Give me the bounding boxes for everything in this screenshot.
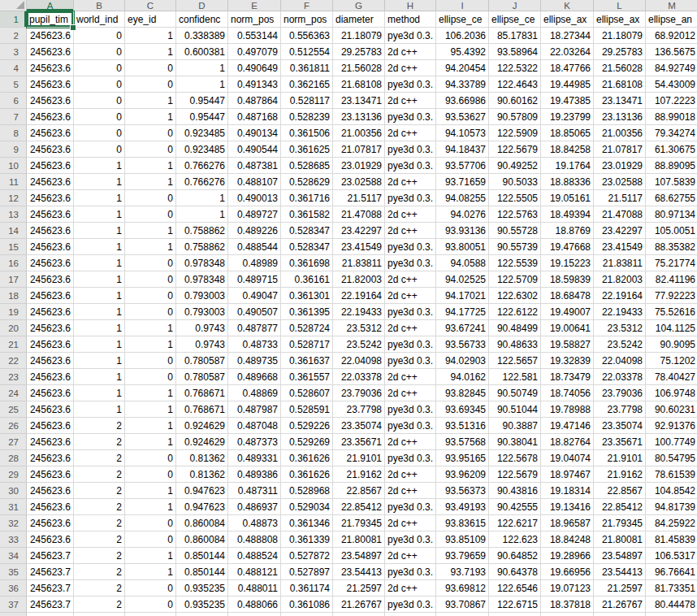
cell[interactable]: 0.36161	[281, 271, 333, 288]
cell[interactable]: 18.49394	[541, 206, 594, 223]
cell[interactable]: 2d c++	[385, 60, 436, 76]
cell[interactable]: 94.0162	[436, 369, 489, 385]
cell[interactable]: 23.41549	[594, 239, 646, 255]
cell[interactable]: 0.528724	[281, 320, 333, 336]
cell[interactable]: 93.7193	[436, 564, 489, 580]
cell[interactable]: 18.68478	[541, 288, 594, 304]
cell[interactable]: 0.850144	[176, 548, 228, 564]
cell[interactable]	[228, 613, 281, 616]
cell[interactable]: 23.5312	[594, 320, 646, 336]
cell[interactable]: 0.487048	[228, 418, 281, 434]
cell[interactable]: 106.2036	[436, 28, 489, 44]
cell[interactable]: 122.623	[489, 531, 541, 548]
cell[interactable]: 100.7749	[646, 434, 697, 450]
cell[interactable]: 18.96587	[541, 515, 594, 531]
header-cell[interactable]: ellipse_an	[646, 11, 697, 28]
cell[interactable]: 2	[74, 564, 125, 580]
cell[interactable]: 2d c++	[385, 320, 436, 336]
cell[interactable]: 84.92749	[646, 60, 697, 76]
cell[interactable]: 0.488808	[228, 531, 281, 548]
cell[interactable]: 245623.6	[27, 141, 74, 158]
cell[interactable]: 18.84258	[541, 141, 594, 158]
cell[interactable]: 0	[74, 125, 125, 141]
cell[interactable]: 2	[74, 466, 125, 483]
cell[interactable]: 245623.7	[27, 580, 74, 596]
cell[interactable]: 122.6715	[489, 596, 541, 613]
row-header-10[interactable]: 10	[0, 158, 27, 174]
cell[interactable]: 23.35671	[594, 434, 646, 450]
cell[interactable]: 85.17831	[489, 28, 541, 44]
cell[interactable]: 1	[74, 239, 125, 255]
cell[interactable]: 94.10573	[436, 125, 489, 141]
cell[interactable]: 0.553144	[228, 28, 281, 44]
cell[interactable]: 0.9743	[176, 336, 228, 353]
column-header-b[interactable]: B	[74, 0, 125, 11]
cell[interactable]: 245623.6	[27, 223, 74, 239]
cell[interactable]: 0.487381	[228, 158, 281, 174]
cell[interactable]: 0.488066	[228, 596, 281, 613]
row-header-3[interactable]: 3	[0, 44, 27, 60]
cell[interactable]: 0	[125, 206, 176, 223]
cell[interactable]: 93.83615	[436, 515, 489, 531]
row-header-7[interactable]: 7	[0, 109, 27, 125]
header-cell[interactable]: ellipse_ce	[436, 11, 489, 28]
cell[interactable]: pye3d 0.3.	[385, 190, 436, 206]
cell[interactable]: 1	[125, 483, 176, 499]
cell[interactable]: 23.79036	[594, 385, 646, 401]
cell[interactable]: 90.43816	[489, 483, 541, 499]
cell[interactable]: 93.85109	[436, 531, 489, 548]
cell[interactable]: 0.486937	[228, 499, 281, 515]
cell[interactable]: 2d c++	[385, 369, 436, 385]
cell[interactable]: 245623.6	[27, 109, 74, 125]
header-cell[interactable]: world_ind	[74, 11, 125, 28]
cell[interactable]: 122.5679	[489, 466, 541, 483]
cell[interactable]: pye3d 0.3.	[385, 304, 436, 320]
cell[interactable]: 61.30675	[646, 141, 697, 158]
cell[interactable]: 93.69812	[436, 580, 489, 596]
column-header-e[interactable]: E	[228, 0, 281, 11]
cell[interactable]: 0.361637	[281, 353, 333, 369]
cell[interactable]: 0.924629	[176, 418, 228, 434]
cell[interactable]: 2d c++	[385, 93, 436, 109]
cell[interactable]: 122.6122	[489, 304, 541, 320]
cell[interactable]: 0.489386	[228, 466, 281, 483]
cell[interactable]: 0	[125, 255, 176, 271]
cell[interactable]: 90.60162	[489, 93, 541, 109]
cell[interactable]: 22.19164	[594, 288, 646, 304]
cell[interactable]: 0.490649	[228, 60, 281, 76]
cell[interactable]: 23.02588	[333, 174, 385, 190]
cell[interactable]: 0.488524	[228, 548, 281, 564]
cell[interactable]: 1	[125, 434, 176, 450]
cell[interactable]: 0.489668	[228, 369, 281, 385]
cell[interactable]: 19.00641	[541, 320, 594, 336]
cell[interactable]: 0.95447	[176, 93, 228, 109]
cell[interactable]: 23.5242	[333, 336, 385, 353]
cell[interactable]: 1	[125, 320, 176, 336]
cell[interactable]: 0.49047	[228, 288, 281, 304]
cell[interactable]: 90.48499	[489, 320, 541, 336]
cell[interactable]: 21.26767	[333, 596, 385, 613]
row-header-18[interactable]: 18	[0, 288, 27, 304]
cell[interactable]: 2d c++	[385, 44, 436, 60]
cell[interactable]: 0	[74, 76, 125, 93]
cell[interactable]: 0.48869	[228, 385, 281, 401]
cell[interactable]: 1	[125, 239, 176, 255]
cell[interactable]: 0.935235	[176, 596, 228, 613]
cell[interactable]: 245623.6	[27, 174, 74, 190]
cell[interactable]: 122.5657	[489, 353, 541, 369]
cell[interactable]: 1	[125, 336, 176, 353]
cell[interactable]: 0.487987	[228, 401, 281, 418]
header-cell[interactable]: ellipse_ax	[541, 11, 594, 28]
cell[interactable]: 0.528239	[281, 109, 333, 125]
cell[interactable]: 21.68108	[333, 76, 385, 93]
cell[interactable]: 106.9748	[646, 385, 697, 401]
cell[interactable]: 0.780587	[176, 369, 228, 385]
cell[interactable]: 0	[125, 596, 176, 613]
cell[interactable]: 90.57809	[489, 109, 541, 125]
cell[interactable]: 23.54897	[333, 548, 385, 564]
cell[interactable]: 2	[74, 515, 125, 531]
header-cell[interactable]: eye_id	[125, 11, 176, 28]
cell[interactable]: 245623.6	[27, 158, 74, 174]
cell[interactable]: 0.860084	[176, 531, 228, 548]
cell[interactable]: 23.79036	[333, 385, 385, 401]
